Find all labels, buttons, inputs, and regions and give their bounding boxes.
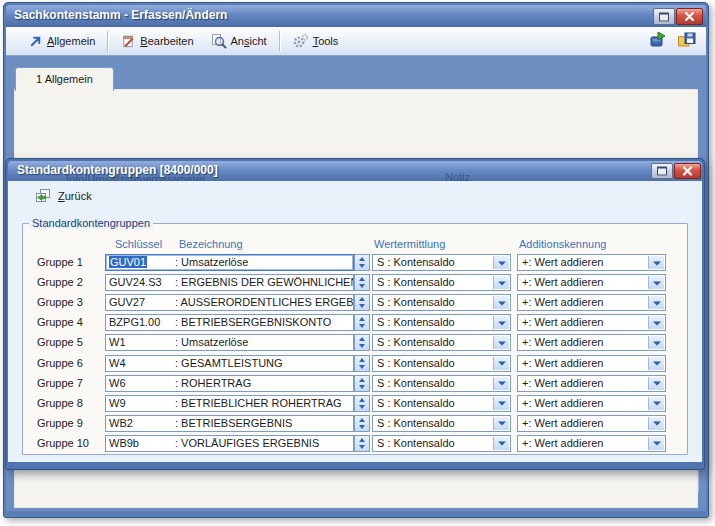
save-button[interactable] (677, 31, 696, 50)
menu-allgemein[interactable]: Allgemein (20, 31, 103, 52)
additionskennung-value: +: Wert addieren (522, 296, 603, 308)
additionskennung-combobox[interactable]: +: Wert addieren (517, 395, 666, 412)
spinner-down-icon (359, 324, 365, 328)
wertermittlung-combobox[interactable]: S : Kontensaldo (372, 254, 511, 271)
wertermittlung-combobox[interactable]: S : Kontensaldo (372, 274, 511, 291)
wertermittlung-combobox[interactable]: S : Kontensaldo (372, 314, 511, 331)
additionskennung-combobox[interactable]: +: Wert addieren (517, 274, 666, 291)
toolbar-separator (107, 31, 108, 51)
menu-tools[interactable]: Tools (284, 30, 347, 52)
close-button[interactable] (676, 8, 703, 25)
wertermittlung-dropdown-icon[interactable] (493, 296, 509, 309)
wertermittlung-dropdown-icon[interactable] (493, 276, 509, 289)
additionskennung-value: +: Wert addieren (522, 397, 603, 409)
wertermittlung-dropdown-icon[interactable] (493, 316, 509, 329)
additionskennung-dropdown-icon[interactable] (648, 357, 664, 370)
additionskennung-combobox[interactable]: +: Wert addieren (517, 334, 666, 351)
key-input[interactable]: BZPG1.00: BETRIEBSERGEBNISKONTO (105, 314, 354, 331)
wertermittlung-combobox[interactable]: S : Kontensaldo (372, 415, 511, 432)
additionskennung-dropdown-icon[interactable] (648, 256, 664, 269)
additionskennung-combobox[interactable]: +: Wert addieren (517, 355, 666, 372)
key-input[interactable]: GUV27: AUSSERORDENTLICHES ERGEBNIS (105, 294, 354, 311)
key-spinner[interactable] (354, 435, 370, 452)
wertermittlung-dropdown-icon[interactable] (493, 437, 509, 450)
main-titlebar[interactable]: Sachkontenstamm - Erfassen/Ändern (6, 5, 706, 27)
back-label: Zurück (58, 190, 92, 202)
additionskennung-dropdown-icon[interactable] (648, 437, 664, 450)
additionskennung-combobox[interactable]: +: Wert addieren (517, 314, 666, 331)
key-spinner[interactable] (354, 294, 370, 311)
wertermittlung-dropdown-icon[interactable] (493, 377, 509, 390)
spinner-down-icon (359, 344, 365, 348)
key-spinner[interactable] (354, 274, 370, 291)
group-label: Gruppe 9 (37, 415, 101, 432)
group-row: Gruppe 8 W9: BETRIEBLICHER ROHERTRAG S :… (23, 395, 687, 414)
column-header-schluessel: Schlüssel (115, 238, 162, 250)
additionskennung-combobox[interactable]: +: Wert addieren (517, 254, 666, 271)
key-input[interactable]: WB2: BETRIEBSERGEBNIS (105, 415, 354, 432)
key-value: W6 (109, 376, 175, 391)
column-header-wertermittlung: Wertermittlung (374, 238, 445, 250)
additionskennung-combobox[interactable]: +: Wert addieren (517, 294, 666, 311)
key-value: GUV01 (109, 255, 175, 270)
menu-bearbeiten[interactable]: Bearbeiten (112, 31, 201, 52)
key-input[interactable]: GUV24.S3: ERGEBNIS DER GEWÖHNLICHEN GES (105, 274, 354, 291)
additionskennung-dropdown-icon[interactable] (648, 377, 664, 390)
wertermittlung-combobox[interactable]: S : Kontensaldo (372, 395, 511, 412)
dialog-titlebar[interactable]: Standardkontengruppen [8400/000] Info/Um… (8, 161, 702, 183)
key-description: : BETRIEBSERGEBNISKONTO (175, 316, 331, 328)
back-button[interactable]: Zurück (30, 186, 96, 206)
menu-ansicht[interactable]: Ansicht (202, 30, 275, 52)
additionskennung-dropdown-icon[interactable] (648, 296, 664, 309)
additionskennung-combobox[interactable]: +: Wert addieren (517, 435, 666, 452)
maximize-button[interactable] (653, 8, 675, 25)
key-spinner[interactable] (354, 334, 370, 351)
key-input[interactable]: WB9b: VORLÄUFIGES ERGEBNIS (105, 435, 354, 452)
additionskennung-dropdown-icon[interactable] (648, 276, 664, 289)
wertermittlung-combobox[interactable]: S : Kontensaldo (372, 355, 511, 372)
additionskennung-dropdown-icon[interactable] (648, 417, 664, 430)
menu-label-tools: Tools (313, 35, 339, 47)
group-label: Gruppe 6 (37, 355, 101, 372)
additionskennung-combobox[interactable]: +: Wert addieren (517, 375, 666, 392)
column-header-additionskennung: Additionskennung (519, 238, 606, 250)
wertermittlung-dropdown-icon[interactable] (493, 417, 509, 430)
key-spinner[interactable] (354, 395, 370, 412)
key-value: W4 (109, 356, 175, 371)
wertermittlung-dropdown-icon[interactable] (493, 357, 509, 370)
tab-allgemein[interactable]: 1 Allgemein (15, 67, 114, 91)
wertermittlung-dropdown-icon[interactable] (493, 256, 509, 269)
key-input[interactable]: W6: ROHERTRAG (105, 375, 354, 392)
key-value: GUV24.S3 (109, 275, 175, 290)
additionskennung-dropdown-icon[interactable] (648, 316, 664, 329)
group-row: Gruppe 2 GUV24.S3: ERGEBNIS DER GEWÖHNLI… (23, 274, 687, 293)
key-input[interactable]: W4: GESAMTLEISTUNG (105, 355, 354, 372)
wertermittlung-combobox[interactable]: S : Kontensaldo (372, 334, 511, 351)
spinner-down-icon (359, 284, 365, 288)
key-input[interactable]: W1: Umsatzerlöse (105, 334, 354, 351)
additionskennung-dropdown-icon[interactable] (648, 397, 664, 410)
additionskennung-dropdown-icon[interactable] (648, 336, 664, 349)
export-button[interactable] (649, 31, 667, 50)
key-spinner[interactable] (354, 254, 370, 271)
wertermittlung-combobox[interactable]: S : Kontensaldo (372, 294, 511, 311)
dialog-maximize-button[interactable] (651, 163, 673, 179)
additionskennung-combobox[interactable]: +: Wert addieren (517, 415, 666, 432)
screen: Sachkontenstamm - Erfassen/Ändern Allgem… (0, 0, 715, 526)
key-input[interactable]: GUV01: Umsatzerlöse (105, 254, 354, 271)
dialog-close-button[interactable] (674, 163, 701, 179)
wertermittlung-combobox[interactable]: S : Kontensaldo (372, 375, 511, 392)
group-label: Gruppe 7 (37, 375, 101, 392)
key-spinner[interactable] (354, 355, 370, 372)
key-spinner[interactable] (354, 375, 370, 392)
wertermittlung-combobox[interactable]: S : Kontensaldo (372, 435, 511, 452)
key-input[interactable]: W9: BETRIEBLICHER ROHERTRAG (105, 395, 354, 412)
key-spinner[interactable] (354, 415, 370, 432)
menu-label-allgemein: Allgemein (47, 35, 95, 47)
key-value: W9 (109, 396, 175, 411)
wertermittlung-dropdown-icon[interactable] (493, 397, 509, 410)
wertermittlung-value: S : Kontensaldo (377, 357, 455, 369)
wertermittlung-dropdown-icon[interactable] (493, 336, 509, 349)
key-spinner[interactable] (354, 314, 370, 331)
window-title: Sachkontenstamm - Erfassen/Ändern (14, 8, 227, 22)
